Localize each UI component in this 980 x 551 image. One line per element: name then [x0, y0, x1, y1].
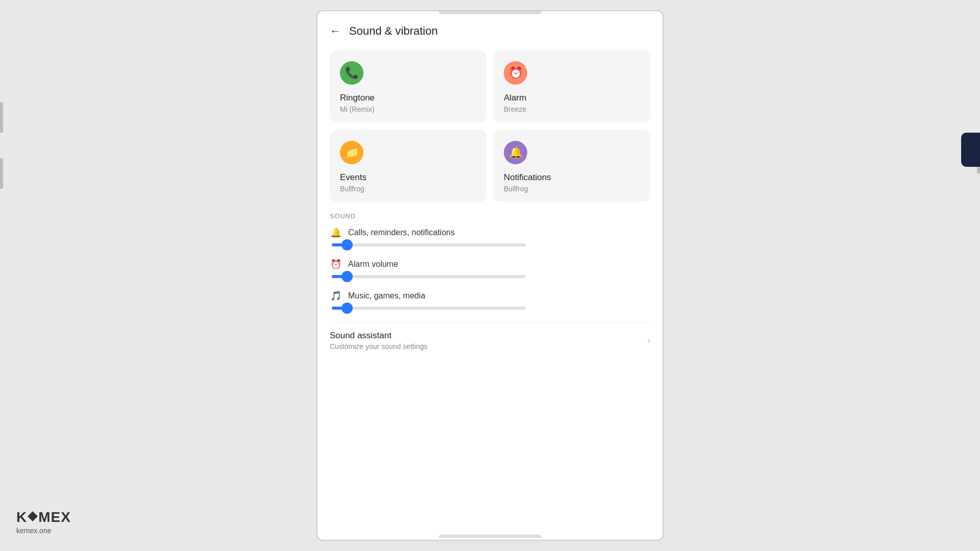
- left-edge-button2: [0, 158, 3, 189]
- left-edge-button: [0, 102, 3, 133]
- sound-assistant-sub: Customize your sound settings: [330, 342, 427, 350]
- sound-section-label: SOUND: [330, 212, 650, 220]
- notifications-card[interactable]: 🔔 Notifications Bullfrog: [494, 130, 650, 202]
- alarm-vol-slider-thumb[interactable]: [341, 271, 353, 282]
- media-label-row: 🎵 Music, games, media: [330, 290, 650, 302]
- media-slider-track[interactable]: [332, 307, 526, 310]
- notifications-value: Bullfrog: [504, 185, 640, 193]
- media-icon: 🎵: [330, 290, 342, 302]
- kemex-k: K: [16, 509, 27, 525]
- events-value: Bullfrog: [340, 185, 476, 193]
- media-label: Music, games, media: [348, 291, 425, 300]
- notifications-label: Notifications: [504, 172, 640, 183]
- calls-slider-item: 🔔 Calls, reminders, notifications: [330, 227, 650, 246]
- ringtone-card[interactable]: 📞 Ringtone Mi (Remix): [330, 50, 486, 122]
- ringtone-label: Ringtone: [340, 93, 476, 103]
- ringtone-value: Mi (Remix): [340, 105, 476, 113]
- notifications-icon: 🔔: [504, 141, 527, 164]
- persian-banner: تنظیمات نوتیفیکیشن گوشی شیائومی: [961, 133, 980, 167]
- calls-icon: 🔔: [330, 227, 342, 238]
- alarm-card[interactable]: ⏰ Alarm Breeze: [494, 50, 650, 122]
- alarm-vol-label: Alarm volume: [348, 260, 398, 269]
- main-content: 📞 Ringtone Mi (Remix) ⏰ Alarm Breeze 📁 E…: [317, 46, 663, 533]
- alarm-icon: ⏰: [504, 61, 527, 85]
- bottom-notch: [439, 535, 541, 538]
- sound-assistant-text: Sound assistant Customize your sound set…: [330, 331, 427, 350]
- phone-frame: ← Sound & vibration 📞 Ringtone Mi (Remix…: [316, 10, 664, 541]
- kemex-brand: K MEX: [16, 509, 71, 525]
- alarm-vol-label-row: ⏰ Alarm volume: [330, 259, 650, 270]
- events-icon: 📁: [340, 141, 363, 164]
- kemex-diamond: [28, 511, 38, 521]
- cards-row-2: 📁 Events Bullfrog 🔔 Notifications Bullfr…: [330, 130, 650, 202]
- alarm-label: Alarm: [504, 93, 640, 103]
- outer-wrapper: ← Sound & vibration 📞 Ringtone Mi (Remix…: [0, 0, 980, 551]
- sound-assistant-row[interactable]: Sound assistant Customize your sound set…: [330, 322, 650, 359]
- kemex-domain: kemex.one: [16, 527, 71, 535]
- media-slider-item: 🎵 Music, games, media: [330, 290, 650, 310]
- calls-slider-thumb[interactable]: [341, 239, 353, 251]
- sound-assistant-title: Sound assistant: [330, 331, 427, 341]
- events-card[interactable]: 📁 Events Bullfrog: [330, 130, 486, 202]
- cards-row-1: 📞 Ringtone Mi (Remix) ⏰ Alarm Breeze: [330, 50, 650, 122]
- calls-label-row: 🔔 Calls, reminders, notifications: [330, 227, 650, 238]
- calls-label: Calls, reminders, notifications: [348, 228, 455, 237]
- alarm-vol-slider-track[interactable]: [332, 275, 526, 278]
- kemex-watermark: K MEX kemex.one: [16, 509, 71, 535]
- ringtone-icon: 📞: [340, 61, 363, 85]
- alarm-value: Breeze: [504, 105, 640, 113]
- kemex-mex: MEX: [38, 509, 71, 525]
- back-button[interactable]: ←: [330, 24, 341, 38]
- events-label: Events: [340, 172, 476, 183]
- page-header: ← Sound & vibration: [317, 14, 663, 46]
- calls-slider-track[interactable]: [332, 243, 526, 246]
- chevron-right-icon: ›: [647, 335, 650, 346]
- alarm-vol-slider-item: ⏰ Alarm volume: [330, 259, 650, 278]
- alarm-vol-icon: ⏰: [330, 259, 342, 270]
- page-title: Sound & vibration: [349, 24, 438, 38]
- media-slider-thumb[interactable]: [341, 303, 353, 314]
